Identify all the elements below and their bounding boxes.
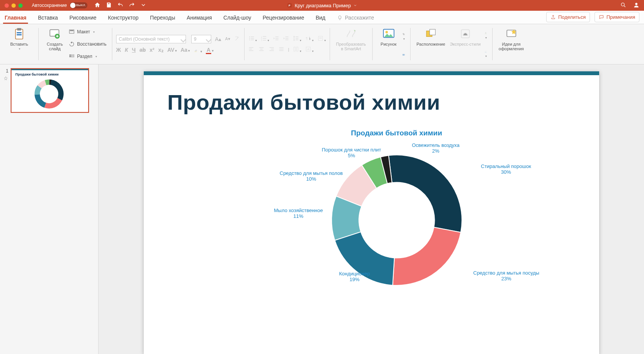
line-spacing-icon[interactable]: ▾	[293, 35, 301, 42]
outdent-icon[interactable]	[273, 35, 279, 42]
quick-styles-button[interactable]: Экспресс-стили	[447, 26, 483, 63]
font-name-select[interactable]: Calibri (Основной текст)	[116, 35, 186, 43]
slides-tools: Макет▾ Восстановить Раздел▾	[67, 26, 108, 63]
slide-canvas-area[interactable]: Продажи бытовой химии Продажи бытовой хи…	[99, 64, 644, 354]
chart-data-label: Освежитель воздуха2%	[412, 142, 460, 154]
shapes-icon[interactable]: ▾	[402, 31, 405, 41]
slide-thumbnail-1[interactable]: Продажи бытовой химии	[11, 68, 89, 113]
layout-icon	[69, 29, 75, 35]
slide-number: 1	[3, 68, 8, 74]
account-icon[interactable]	[633, 2, 639, 9]
convert-smartart-button[interactable]: Преобразовать в SmartArt	[334, 26, 368, 63]
lightbulb-icon	[337, 15, 343, 21]
share-button[interactable]: Поделиться	[546, 12, 590, 22]
numbering-icon[interactable]: 123▾	[261, 35, 269, 42]
subscript-icon[interactable]: x₂	[158, 47, 164, 53]
section-button[interactable]: Раздел▾	[69, 53, 107, 59]
tab-design[interactable]: Конструктор	[107, 12, 140, 24]
align-text-icon[interactable]: ▾	[317, 35, 326, 42]
svg-rect-19	[71, 56, 74, 57]
shape-fill-icon[interactable]: ▾	[485, 30, 487, 40]
thumbnail-chart-icon	[33, 77, 66, 110]
strike-icon[interactable]: ab	[140, 47, 146, 53]
quick-styles-label: Экспресс-стили	[450, 42, 480, 46]
paste-label: Вставить	[10, 42, 28, 46]
group-slides: Создать слайд Макет▾ Восстановить Раздел…	[39, 26, 112, 63]
increase-font-icon[interactable]: A▴	[215, 36, 221, 42]
search-icon[interactable]	[620, 2, 626, 9]
slide-title[interactable]: Продажи бытовой химии	[168, 90, 599, 115]
picture-label: Рисунок	[381, 42, 397, 46]
section-label: Раздел	[77, 54, 92, 59]
text-box-icon[interactable]: A	[402, 52, 405, 57]
align-right-icon[interactable]	[268, 46, 274, 53]
quick-access-toolbar	[94, 2, 146, 9]
svg-rect-38	[285, 40, 288, 40]
arrange-button[interactable]: Расположение	[414, 26, 448, 63]
svg-rect-49	[260, 49, 262, 49]
font-size-select[interactable]: 9	[191, 35, 211, 43]
italic-icon[interactable]: К	[125, 47, 128, 53]
tab-draw[interactable]: Рисование	[68, 12, 98, 24]
superscript-icon[interactable]: x²	[150, 47, 154, 53]
comments-button[interactable]: Примечания	[595, 12, 639, 22]
bullets-icon[interactable]: ▾	[248, 35, 257, 42]
donut-chart[interactable]: Продажи бытовой химии Стиральный порошок…	[259, 129, 535, 344]
svg-rect-45	[249, 47, 253, 48]
shape-outline-icon[interactable]: ▾	[485, 49, 487, 58]
save-icon[interactable]	[106, 2, 112, 9]
picture-button[interactable]: Рисунок	[376, 26, 401, 63]
svg-text:P: P	[289, 4, 291, 7]
tab-insert[interactable]: Вставка	[36, 12, 59, 24]
decrease-font-icon[interactable]: A▾	[225, 36, 230, 41]
home-icon[interactable]	[94, 2, 100, 9]
char-spacing-icon[interactable]: AV▾	[168, 47, 177, 53]
reset-button[interactable]: Восстановить	[69, 41, 107, 47]
redo-icon[interactable]	[129, 2, 135, 9]
svg-rect-33	[275, 36, 278, 37]
chevron-down-icon[interactable]	[353, 3, 357, 7]
share-icon	[550, 15, 556, 20]
tab-review[interactable]: Рецензирование	[261, 12, 306, 24]
text-box-align-icon[interactable]: A▾	[305, 46, 314, 53]
indent-icon[interactable]	[283, 35, 289, 42]
group-paragraph: ▾ 123▾ ▾ ¶▾ ▾ | ▾ A▾	[245, 26, 330, 63]
slide[interactable]: Продажи бытовой химии Продажи бытовой хи…	[144, 71, 599, 354]
tell-me-search[interactable]: Расскажите	[335, 12, 376, 24]
tab-transitions[interactable]: Переходы	[148, 12, 177, 24]
autosave-toggle[interactable]: ВЫКЛ.	[70, 2, 87, 8]
tab-view[interactable]: Вид	[314, 12, 327, 24]
underline-icon[interactable]: Ч	[132, 47, 136, 53]
text-direction-icon[interactable]: ¶▾	[305, 35, 314, 42]
align-left-icon[interactable]	[248, 46, 255, 53]
tab-animations[interactable]: Анимация	[185, 12, 214, 24]
change-case-icon[interactable]: Aa▾	[181, 47, 190, 53]
svg-rect-50	[259, 50, 263, 51]
highlight-icon[interactable]: ▾	[194, 46, 202, 54]
maximize-window-button[interactable]	[18, 3, 23, 8]
qat-more-icon[interactable]	[140, 2, 146, 9]
align-center-icon[interactable]	[258, 46, 264, 53]
clear-format-icon[interactable]	[234, 36, 240, 43]
minimize-window-button[interactable]	[12, 3, 16, 8]
svg-rect-15	[70, 30, 73, 31]
new-slide-button[interactable]: Создать слайд	[43, 26, 67, 63]
share-label: Поделиться	[558, 14, 586, 20]
slide-thumbnail-row: 1 Продажи бытовой химии	[3, 68, 95, 113]
svg-text:3: 3	[261, 40, 262, 41]
font-color-icon[interactable]: A▾	[206, 47, 214, 53]
tab-slideshow[interactable]: Слайд-шоу	[222, 12, 253, 24]
paste-button[interactable]: Вставить ▾	[7, 26, 31, 63]
layout-button[interactable]: Макет▾	[69, 29, 107, 35]
undo-icon[interactable]	[117, 2, 123, 9]
group-clipboard: Вставить ▾	[3, 26, 38, 63]
design-ideas-button[interactable]: Идеи для оформления	[496, 26, 526, 63]
svg-rect-46	[249, 49, 251, 49]
columns-icon[interactable]: ▾	[293, 46, 301, 53]
bold-icon[interactable]: Ж	[116, 47, 121, 53]
justify-icon[interactable]	[278, 46, 284, 53]
tab-home[interactable]: Главная	[3, 12, 28, 24]
svg-rect-16	[69, 54, 71, 56]
svg-rect-26	[251, 40, 254, 40]
close-window-button[interactable]	[5, 3, 9, 8]
